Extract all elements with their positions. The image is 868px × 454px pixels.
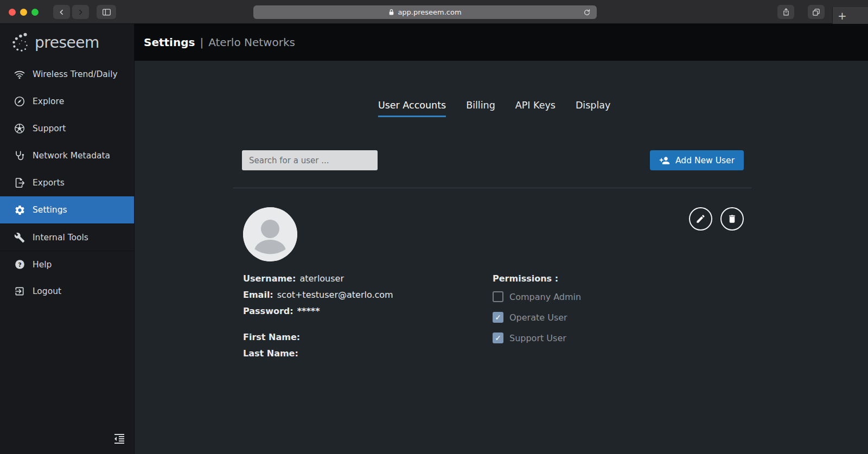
sidebar-item-support[interactable]: Support xyxy=(0,115,134,142)
tab-label: User Accounts xyxy=(378,100,446,111)
sidebar-item-label: Network Metadata xyxy=(33,151,110,161)
email-field: Email: scot+testuser@aterlo.com xyxy=(243,286,493,303)
sidebar-panel-icon xyxy=(102,8,111,16)
password-value: ***** xyxy=(297,306,320,316)
trash-icon xyxy=(727,214,737,224)
address-bar[interactable]: app.preseem.com xyxy=(253,5,597,19)
new-tab-area: + xyxy=(832,7,868,24)
browser-chrome: app.preseem.com + xyxy=(0,0,868,24)
user-toolbar: Add New User xyxy=(242,150,744,170)
support-user-checkbox[interactable] xyxy=(493,332,503,343)
tab-label: Display xyxy=(576,100,611,111)
close-window-button[interactable] xyxy=(9,9,16,16)
chevron-left-icon xyxy=(58,9,65,16)
tab-overview-button[interactable] xyxy=(808,5,825,19)
permission-label: Operate User xyxy=(509,312,567,323)
settings-tabs: User Accounts Billing API Keys Display xyxy=(378,100,611,117)
permissions-list: Company Admin Operate User Support User xyxy=(493,286,751,348)
page-header: Settings | Aterlo Networks xyxy=(135,24,868,61)
user-card: Username: aterlouser Email: scot+testuse… xyxy=(233,207,751,361)
username-field: Username: aterlouser xyxy=(243,270,493,286)
back-button[interactable] xyxy=(53,5,70,19)
sidebar-item-wireless-trend-daily[interactable]: Wireless Trend/Daily xyxy=(0,61,134,88)
export-file-icon xyxy=(14,177,25,189)
avatar xyxy=(243,207,297,261)
page-subtitle: Aterlo Networks xyxy=(208,36,295,49)
share-button[interactable] xyxy=(777,5,794,19)
last-name-label: Last Name: xyxy=(243,348,298,359)
browser-sidebar-toggle-button[interactable] xyxy=(97,5,116,19)
collapse-sidebar-icon xyxy=(113,432,127,445)
collapse-sidebar-button[interactable] xyxy=(113,432,127,446)
sidebar-item-help[interactable]: ? Help xyxy=(0,251,134,278)
section-divider xyxy=(233,188,751,188)
preseem-logo-text: preseem xyxy=(35,34,99,52)
sidebar-item-label: Explore xyxy=(33,97,64,106)
search-user-input[interactable] xyxy=(242,150,378,170)
permission-operate-user: Operate User xyxy=(493,307,751,328)
sidebar-item-label: Wireless Trend/Daily xyxy=(33,69,118,79)
explore-icon xyxy=(14,95,25,107)
sidebar-item-explore[interactable]: Explore xyxy=(0,88,134,115)
email-label: Email: xyxy=(243,290,273,300)
sidebar-item-label: Exports xyxy=(33,178,65,188)
permission-support-user: Support User xyxy=(493,328,751,348)
edit-user-button[interactable] xyxy=(689,207,712,231)
main-content: User Accounts Billing API Keys Display A… xyxy=(135,61,868,454)
minimize-window-button[interactable] xyxy=(20,9,27,16)
sidebar-item-settings[interactable]: Settings xyxy=(0,196,134,223)
operate-user-checkbox[interactable] xyxy=(493,312,503,323)
sidebar-item-label: Settings xyxy=(33,205,67,215)
sidebar-item-label: Internal Tools xyxy=(33,233,88,242)
stethoscope-icon xyxy=(14,150,25,162)
sidebar-item-label: Logout xyxy=(33,286,61,296)
tab-display[interactable]: Display xyxy=(576,100,611,117)
user-fields: Username: aterlouser Email: scot+testuse… xyxy=(233,270,751,361)
tab-billing[interactable]: Billing xyxy=(466,100,495,117)
chevron-right-icon xyxy=(77,9,84,16)
person-add-icon xyxy=(659,155,670,166)
question-circle-icon: ? xyxy=(14,259,25,271)
lock-icon xyxy=(388,9,394,16)
tab-user-accounts[interactable]: User Accounts xyxy=(378,100,446,117)
preseem-logo-mark-icon xyxy=(8,31,31,54)
tab-label: API Keys xyxy=(515,100,556,111)
support-ball-icon xyxy=(14,123,25,135)
first-name-label: First Name: xyxy=(243,332,300,342)
preseem-logo[interactable]: preseem xyxy=(0,24,134,61)
sidebar-item-logout[interactable]: Logout xyxy=(0,278,134,305)
permissions-label: Permissions : xyxy=(493,270,751,286)
sidebar-nav: Wireless Trend/Daily Explore Support Net… xyxy=(0,61,134,305)
permission-label: Company Admin xyxy=(509,292,581,302)
logout-icon xyxy=(14,285,25,297)
share-icon xyxy=(782,8,790,16)
sidebar-item-internal-tools[interactable]: Internal Tools xyxy=(0,223,134,251)
forward-button[interactable] xyxy=(72,5,89,19)
sidebar-item-label: Help xyxy=(33,260,52,270)
new-tab-button[interactable]: + xyxy=(838,10,847,21)
app-sidebar: preseem Wireless Trend/Daily Explore Sup… xyxy=(0,24,135,454)
email-value: scot+testuser@aterlo.com xyxy=(277,290,393,300)
sidebar-item-label: Support xyxy=(33,124,66,133)
delete-user-button[interactable] xyxy=(720,207,744,231)
last-name-field: Last Name: xyxy=(243,345,493,361)
pencil-icon xyxy=(695,214,706,224)
zoom-window-button[interactable] xyxy=(31,9,39,16)
sidebar-item-exports[interactable]: Exports xyxy=(0,169,134,196)
sidebar-item-network-metadata[interactable]: Network Metadata xyxy=(0,142,134,169)
user-card-actions xyxy=(689,207,744,231)
password-field: Password: ***** xyxy=(243,303,493,319)
refresh-icon xyxy=(583,9,593,16)
wrench-icon xyxy=(14,232,25,244)
username-value: aterlouser xyxy=(299,273,344,284)
add-new-user-label: Add New User xyxy=(675,156,735,165)
refresh-button[interactable] xyxy=(583,7,593,17)
add-new-user-button[interactable]: Add New User xyxy=(650,150,744,170)
tab-api-keys[interactable]: API Keys xyxy=(515,100,556,117)
permission-label: Support User xyxy=(509,333,566,343)
company-admin-checkbox[interactable] xyxy=(493,291,503,302)
password-label: Password: xyxy=(243,306,293,316)
tab-label: Billing xyxy=(466,100,495,111)
user-permissions: Permissions : Company Admin Operate User… xyxy=(493,270,751,361)
wifi-icon xyxy=(14,68,25,80)
